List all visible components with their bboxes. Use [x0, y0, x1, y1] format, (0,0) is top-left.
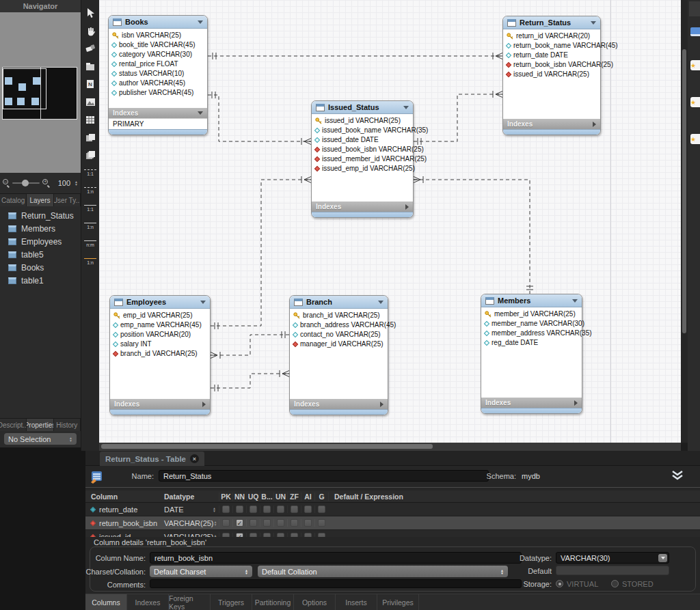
minimap-viewport-rect[interactable]: [3, 68, 46, 109]
selection-dropdown[interactable]: No Selection ▲▼: [4, 433, 77, 445]
checkbox[interactable]: [304, 505, 312, 513]
relationship-employees-branch[interactable]: [211, 370, 289, 391]
table-figure-header[interactable]: Return_Status: [503, 16, 600, 29]
zoom-slider-thumb[interactable]: [22, 180, 29, 186]
collapse-panel-icon[interactable]: [671, 469, 684, 482]
checkbox[interactable]: [304, 533, 312, 537]
column-row[interactable]: issued_id VARCHAR(25): [503, 70, 600, 79]
layer-item-books[interactable]: Books: [0, 261, 81, 274]
indexes-bar[interactable]: Indexes: [110, 399, 210, 409]
relationship-branch-employees[interactable]: [211, 331, 289, 359]
info-tab-properties[interactable]: Properties: [27, 419, 53, 431]
table-name-input[interactable]: [159, 470, 489, 482]
grid-row-return_date[interactable]: return_dateDATE▲▼: [85, 503, 700, 516]
table-figure-header[interactable]: Employees: [110, 296, 210, 309]
table-figure-issued_status[interactable]: Issued_Statusissued_id VARCHAR(25)issued…: [311, 100, 414, 218]
tool-rel-n-m-identifying[interactable]: n:m: [82, 235, 99, 253]
column-row[interactable]: branch_address VARCHAR(45): [290, 320, 388, 330]
layer-item-return_status[interactable]: Return_Status: [0, 209, 81, 222]
column-row[interactable]: return_book_name VARCHAR(45): [503, 41, 600, 51]
checkbox[interactable]: [318, 519, 325, 527]
info-tab-history[interactable]: History: [54, 419, 81, 431]
collapsed-arrow-icon[interactable]: [405, 204, 409, 210]
collapsed-arrow-icon[interactable]: [593, 122, 596, 127]
zoom-slider[interactable]: [12, 182, 40, 184]
table-figure-header[interactable]: Books: [109, 16, 207, 29]
column-row[interactable]: branch_id VARCHAR(25): [290, 311, 388, 320]
checkbox[interactable]: [250, 519, 257, 527]
close-icon[interactable]: ×: [190, 454, 199, 463]
column-row[interactable]: return_book_isbn VARCHAR(25): [503, 60, 600, 70]
template-star-icon[interactable]: ★: [690, 97, 700, 107]
column-row[interactable]: reg_date DATE: [481, 338, 582, 348]
editor-tab-columns[interactable]: Columns: [85, 594, 127, 610]
canvas-horizontal-scrollbar[interactable]: [99, 443, 681, 451]
tool-select[interactable]: [82, 4, 99, 22]
tool-rel-1-1-identifying[interactable]: 1:1: [82, 199, 99, 217]
tool-rel-1-n-non-identifying[interactable]: 1:n: [82, 182, 99, 199]
sidebar-tab-catalog[interactable]: Catalog: [0, 194, 27, 206]
table-figure-books[interactable]: Booksisbn VARCHAR(25)book_title VARCHAR(…: [108, 15, 208, 135]
table-figure-header[interactable]: Issued_Status: [312, 101, 413, 114]
zoom-in-icon[interactable]: +: [42, 179, 49, 186]
column-row[interactable]: return_id VARCHAR(20): [503, 31, 600, 41]
column-row[interactable]: emp_name VARCHAR(45): [110, 320, 210, 330]
navigator-minimap[interactable]: [0, 12, 81, 173]
zoom-value[interactable]: 100: [58, 179, 70, 187]
layer-item-table1[interactable]: table1: [0, 274, 81, 287]
column-row[interactable]: issued_book_isbn VARCHAR(25): [312, 145, 413, 154]
checkbox[interactable]: [304, 519, 312, 527]
zoom-stepper-icon[interactable]: ▲▼: [75, 180, 78, 186]
column-row[interactable]: book_title VARCHAR(45): [109, 40, 207, 50]
checkbox[interactable]: [318, 533, 325, 537]
template-star-icon[interactable]: ★: [690, 134, 700, 144]
column-row[interactable]: status VARCHAR(10): [109, 69, 207, 79]
checkbox[interactable]: [318, 505, 325, 513]
storage-virtual-radio[interactable]: [556, 580, 563, 587]
indexes-bar[interactable]: Indexes: [503, 119, 600, 129]
grid-cell-datatype[interactable]: DATE▲▼: [159, 505, 219, 514]
checkbox[interactable]: [291, 519, 298, 527]
grid-cell-datatype[interactable]: VARCHAR(25)▲▼: [159, 533, 219, 538]
editor-tab-inserts[interactable]: Inserts: [336, 594, 377, 610]
collation-dropdown[interactable]: Default Collation ▲▼: [258, 566, 508, 577]
index-row[interactable]: PRIMARY: [109, 118, 207, 129]
canvas-vertical-scrollbar[interactable]: [681, 0, 688, 443]
collapsed-arrow-icon[interactable]: [202, 402, 206, 407]
column-name-input[interactable]: [150, 552, 522, 564]
collapse-arrow-icon[interactable]: [591, 21, 596, 25]
table-figure-header[interactable]: Members: [481, 294, 582, 307]
checkbox[interactable]: [250, 505, 257, 513]
editor-tab-partitioning[interactable]: Partitioning: [252, 594, 294, 610]
modeling-addition-icon[interactable]: [690, 27, 700, 36]
editor-tab-privileges[interactable]: Privileges: [377, 594, 419, 610]
editor-tab-foreign-keys[interactable]: Foreign Keys: [169, 594, 211, 610]
layer-item-members[interactable]: Members: [0, 222, 81, 235]
checkbox[interactable]: [222, 533, 230, 537]
tool-rel-1-n-identifying[interactable]: 1:n: [82, 217, 99, 235]
relationship-books-issued_status[interactable]: [208, 92, 311, 145]
checkbox[interactable]: [263, 505, 271, 513]
zoom-out-icon[interactable]: –: [3, 179, 10, 186]
column-row[interactable]: return_date DATE: [503, 51, 600, 60]
tool-rel-1-n-existing[interactable]: 1:n: [82, 253, 99, 271]
column-row[interactable]: publisher VARCHAR(45): [109, 88, 207, 98]
expanded-arrow-icon[interactable]: [198, 111, 203, 115]
checkbox[interactable]: ✓: [236, 519, 243, 527]
default-input[interactable]: [556, 566, 669, 575]
checkbox[interactable]: [291, 505, 298, 513]
editor-tab-return-status[interactable]: Return_Status - Table ×: [100, 452, 204, 466]
relationship-members-issued_status[interactable]: [414, 176, 533, 294]
checkbox[interactable]: [277, 533, 284, 537]
eer-diagram-canvas[interactable]: Booksisbn VARCHAR(25)book_title VARCHAR(…: [99, 0, 681, 443]
checkbox[interactable]: [277, 519, 284, 527]
checkbox[interactable]: [263, 519, 271, 527]
collapse-arrow-icon[interactable]: [403, 106, 409, 109]
editor-tab-triggers[interactable]: Triggers: [211, 594, 252, 610]
indexes-bar[interactable]: Indexes: [481, 398, 582, 408]
grid-row-issued_id[interactable]: issued_idVARCHAR(25)▲▼✓: [85, 530, 700, 537]
indexes-bar[interactable]: Indexes: [290, 399, 388, 409]
table-figure-members[interactable]: Membersmember_id VARCHAR(25)member_name …: [481, 294, 582, 414]
checkbox[interactable]: [236, 505, 243, 513]
collapse-arrow-icon[interactable]: [572, 299, 578, 303]
